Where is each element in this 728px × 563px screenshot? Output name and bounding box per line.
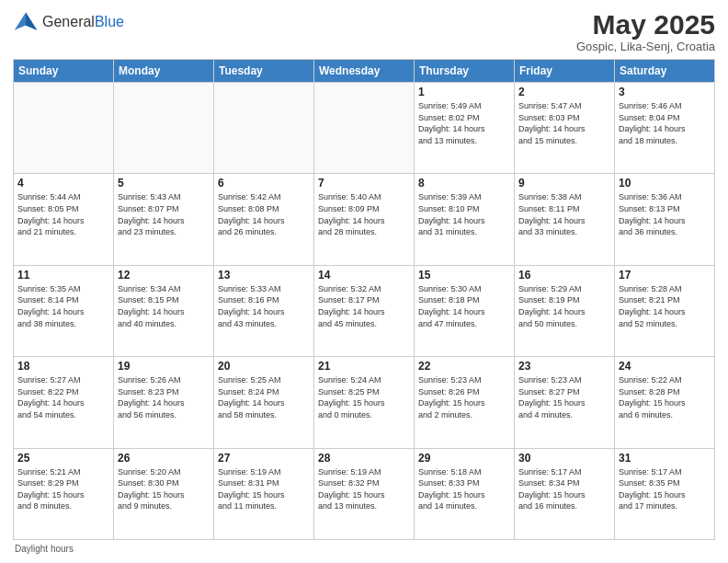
svg-marker-1 — [26, 13, 37, 30]
day-number: 1 — [418, 86, 510, 98]
page: GeneralBlue May 2025 Gospic, Lika-Senj, … — [0, 0, 728, 563]
day-number: 3 — [619, 86, 711, 98]
day-info: Sunrise: 5:49 AM Sunset: 8:02 PM Dayligh… — [418, 100, 510, 146]
day-number: 5 — [118, 177, 210, 190]
calendar-cell: 20Sunrise: 5:25 AM Sunset: 8:24 PM Dayli… — [214, 357, 314, 448]
day-number: 4 — [17, 177, 109, 190]
calendar-week-row: 25Sunrise: 5:21 AM Sunset: 8:29 PM Dayli… — [14, 448, 715, 539]
day-info: Sunrise: 5:38 AM Sunset: 8:11 PM Dayligh… — [518, 191, 610, 237]
day-info: Sunrise: 5:18 AM Sunset: 8:33 PM Dayligh… — [418, 466, 510, 512]
calendar-cell: 31Sunrise: 5:17 AM Sunset: 8:35 PM Dayli… — [615, 448, 715, 539]
day-number: 2 — [518, 86, 610, 98]
calendar-cell: 9Sunrise: 5:38 AM Sunset: 8:11 PM Daylig… — [515, 174, 615, 265]
title-block: May 2025 Gospic, Lika-Senj, Croatia — [576, 9, 715, 53]
day-info: Sunrise: 5:23 AM Sunset: 8:27 PM Dayligh… — [518, 374, 610, 420]
day-number: 18 — [17, 360, 109, 373]
calendar-cell: 5Sunrise: 5:43 AM Sunset: 8:07 PM Daylig… — [114, 174, 214, 265]
calendar-cell: 4Sunrise: 5:44 AM Sunset: 8:05 PM Daylig… — [14, 174, 114, 265]
day-number: 16 — [518, 269, 610, 282]
calendar-cell: 7Sunrise: 5:40 AM Sunset: 8:09 PM Daylig… — [314, 174, 415, 265]
calendar-cell — [14, 83, 114, 174]
day-number: 23 — [518, 360, 610, 373]
day-info: Sunrise: 5:42 AM Sunset: 8:08 PM Dayligh… — [218, 191, 310, 237]
day-info: Sunrise: 5:22 AM Sunset: 8:28 PM Dayligh… — [619, 374, 711, 420]
calendar-cell: 1Sunrise: 5:49 AM Sunset: 8:02 PM Daylig… — [415, 83, 515, 174]
footer-note: Daylight hours — [13, 544, 715, 554]
calendar-cell: 12Sunrise: 5:34 AM Sunset: 8:15 PM Dayli… — [114, 265, 214, 356]
day-info: Sunrise: 5:27 AM Sunset: 8:22 PM Dayligh… — [17, 374, 109, 420]
calendar-cell — [314, 83, 415, 174]
calendar-cell: 27Sunrise: 5:19 AM Sunset: 8:31 PM Dayli… — [214, 448, 314, 539]
col-header-thursday: Thursday — [415, 60, 515, 83]
day-info: Sunrise: 5:23 AM Sunset: 8:26 PM Dayligh… — [418, 374, 510, 420]
day-info: Sunrise: 5:35 AM Sunset: 8:14 PM Dayligh… — [17, 283, 109, 329]
calendar-cell: 2Sunrise: 5:47 AM Sunset: 8:03 PM Daylig… — [515, 83, 615, 174]
calendar-cell: 30Sunrise: 5:17 AM Sunset: 8:34 PM Dayli… — [515, 448, 615, 539]
calendar-cell: 26Sunrise: 5:20 AM Sunset: 8:30 PM Dayli… — [114, 448, 214, 539]
calendar-cell: 16Sunrise: 5:29 AM Sunset: 8:19 PM Dayli… — [515, 265, 615, 356]
calendar-cell — [114, 83, 214, 174]
day-number: 8 — [418, 177, 510, 190]
calendar-cell: 10Sunrise: 5:36 AM Sunset: 8:13 PM Dayli… — [615, 174, 715, 265]
month-title: May 2025 — [576, 9, 715, 40]
day-info: Sunrise: 5:19 AM Sunset: 8:31 PM Dayligh… — [218, 466, 310, 512]
col-header-sunday: Sunday — [14, 60, 114, 83]
day-info: Sunrise: 5:26 AM Sunset: 8:23 PM Dayligh… — [118, 374, 210, 420]
day-info: Sunrise: 5:24 AM Sunset: 8:25 PM Dayligh… — [318, 374, 410, 420]
day-info: Sunrise: 5:44 AM Sunset: 8:05 PM Dayligh… — [17, 191, 109, 237]
col-header-monday: Monday — [114, 60, 214, 83]
day-info: Sunrise: 5:20 AM Sunset: 8:30 PM Dayligh… — [118, 466, 210, 512]
day-info: Sunrise: 5:34 AM Sunset: 8:15 PM Dayligh… — [118, 283, 210, 329]
day-info: Sunrise: 5:47 AM Sunset: 8:03 PM Dayligh… — [518, 100, 610, 146]
calendar-cell: 6Sunrise: 5:42 AM Sunset: 8:08 PM Daylig… — [214, 174, 314, 265]
day-number: 13 — [218, 269, 310, 282]
subtitle: Gospic, Lika-Senj, Croatia — [576, 40, 715, 53]
logo: GeneralBlue — [13, 9, 124, 35]
calendar-cell: 15Sunrise: 5:30 AM Sunset: 8:18 PM Dayli… — [415, 265, 515, 356]
day-number: 25 — [17, 452, 109, 465]
col-header-saturday: Saturday — [615, 60, 715, 83]
col-header-friday: Friday — [515, 60, 615, 83]
day-info: Sunrise: 5:43 AM Sunset: 8:07 PM Dayligh… — [118, 191, 210, 237]
calendar-cell: 3Sunrise: 5:46 AM Sunset: 8:04 PM Daylig… — [615, 83, 715, 174]
day-info: Sunrise: 5:46 AM Sunset: 8:04 PM Dayligh… — [619, 100, 711, 146]
logo-blue: Blue — [95, 14, 124, 29]
day-number: 24 — [619, 360, 711, 373]
calendar-week-row: 18Sunrise: 5:27 AM Sunset: 8:22 PM Dayli… — [14, 357, 715, 448]
day-number: 27 — [218, 452, 310, 465]
calendar-cell: 14Sunrise: 5:32 AM Sunset: 8:17 PM Dayli… — [314, 265, 415, 356]
calendar-cell: 11Sunrise: 5:35 AM Sunset: 8:14 PM Dayli… — [14, 265, 114, 356]
day-info: Sunrise: 5:21 AM Sunset: 8:29 PM Dayligh… — [17, 466, 109, 512]
calendar-cell — [214, 83, 314, 174]
day-number: 12 — [118, 269, 210, 282]
header: GeneralBlue May 2025 Gospic, Lika-Senj, … — [13, 9, 715, 53]
day-number: 21 — [318, 360, 410, 373]
day-number: 15 — [418, 269, 510, 282]
day-info: Sunrise: 5:39 AM Sunset: 8:10 PM Dayligh… — [418, 191, 510, 237]
calendar-header-row: SundayMondayTuesdayWednesdayThursdayFrid… — [14, 60, 715, 83]
logo-icon — [13, 9, 39, 35]
day-info: Sunrise: 5:17 AM Sunset: 8:34 PM Dayligh… — [518, 466, 610, 512]
day-info: Sunrise: 5:19 AM Sunset: 8:32 PM Dayligh… — [318, 466, 410, 512]
day-number: 20 — [218, 360, 310, 373]
day-number: 31 — [619, 452, 711, 465]
day-number: 17 — [619, 269, 711, 282]
calendar-cell: 22Sunrise: 5:23 AM Sunset: 8:26 PM Dayli… — [415, 357, 515, 448]
day-number: 11 — [17, 269, 109, 282]
day-number: 10 — [619, 177, 711, 190]
calendar-cell: 17Sunrise: 5:28 AM Sunset: 8:21 PM Dayli… — [615, 265, 715, 356]
day-number: 30 — [518, 452, 610, 465]
day-number: 19 — [118, 360, 210, 373]
day-info: Sunrise: 5:25 AM Sunset: 8:24 PM Dayligh… — [218, 374, 310, 420]
day-number: 6 — [218, 177, 310, 190]
day-number: 9 — [518, 177, 610, 190]
calendar-cell: 18Sunrise: 5:27 AM Sunset: 8:22 PM Dayli… — [14, 357, 114, 448]
day-info: Sunrise: 5:28 AM Sunset: 8:21 PM Dayligh… — [619, 283, 711, 329]
day-number: 28 — [318, 452, 410, 465]
calendar-cell: 23Sunrise: 5:23 AM Sunset: 8:27 PM Dayli… — [515, 357, 615, 448]
calendar-cell: 8Sunrise: 5:39 AM Sunset: 8:10 PM Daylig… — [415, 174, 515, 265]
day-number: 26 — [118, 452, 210, 465]
logo-text: GeneralBlue — [42, 14, 124, 30]
calendar-cell: 19Sunrise: 5:26 AM Sunset: 8:23 PM Dayli… — [114, 357, 214, 448]
day-number: 22 — [418, 360, 510, 373]
